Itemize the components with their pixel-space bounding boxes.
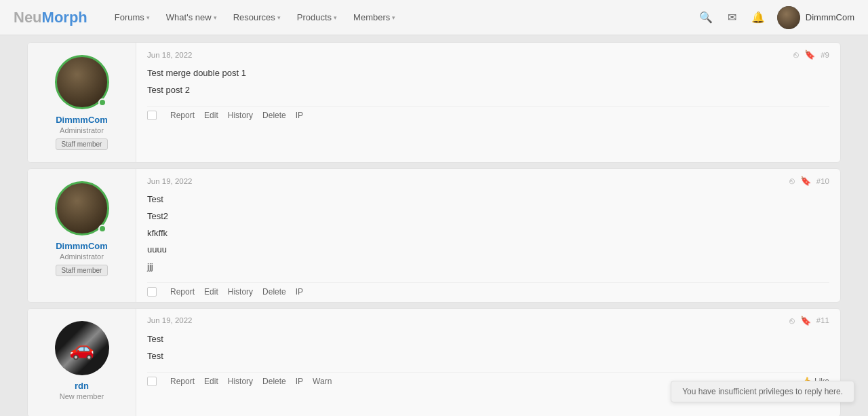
- nav-products[interactable]: Products ▾: [290, 8, 344, 26]
- post-sidebar: DimmmCom Administrator Staff member: [28, 169, 136, 302]
- nav-members[interactable]: Members ▾: [347, 8, 402, 26]
- post-number: #9: [821, 51, 829, 59]
- share-icon[interactable]: ⎋: [789, 316, 795, 326]
- bookmark-icon[interactable]: 🔖: [804, 50, 815, 60]
- nav-username: DimmmCom: [806, 12, 854, 22]
- post-number: #11: [816, 316, 829, 324]
- report-link[interactable]: Report: [170, 287, 195, 297]
- post-header: Jun 18, 2022 ⎋ 🔖 #9: [147, 50, 829, 60]
- page-wrapper: DimmmCom Administrator Staff member Jun …: [14, 35, 854, 416]
- ip-link[interactable]: IP: [296, 377, 303, 386]
- warn-link[interactable]: Warn: [313, 377, 332, 386]
- reply-notice: You have insufficient privileges to repl…: [671, 381, 854, 402]
- post-actions-top: ⎋ 🔖 #11: [789, 316, 829, 326]
- share-icon[interactable]: ⎋: [789, 176, 795, 186]
- post-footer-left: Report Edit History Delete IP: [147, 287, 303, 297]
- search-button[interactable]: 🔍: [696, 8, 715, 26]
- post-username[interactable]: rdn: [75, 381, 89, 391]
- share-icon[interactable]: ⎋: [793, 50, 799, 60]
- nav-whats-new[interactable]: What's new ▾: [159, 8, 224, 26]
- post-user-role: New member: [60, 392, 104, 400]
- post-header: Jun 19, 2022 ⎋ 🔖 #10: [147, 176, 829, 186]
- post-footer: Report Edit History Delete IP: [147, 106, 829, 120]
- post-sidebar: rdn New member: [28, 309, 136, 416]
- chevron-down-icon: ▾: [334, 14, 337, 21]
- messages-button[interactable]: ✉: [725, 8, 739, 26]
- post-footer-left: Report Edit History Delete IP Warn: [147, 377, 332, 386]
- report-link[interactable]: Report: [170, 377, 195, 386]
- history-link[interactable]: History: [228, 287, 253, 297]
- report-link[interactable]: Report: [170, 111, 195, 120]
- delete-link[interactable]: Delete: [262, 377, 286, 386]
- post-checkbox[interactable]: [147, 287, 157, 297]
- chevron-down-icon: ▾: [214, 14, 217, 21]
- post-user-badge: Staff member: [56, 138, 108, 150]
- edit-link[interactable]: Edit: [204, 377, 218, 386]
- post-footer: Report Edit History Delete IP: [147, 282, 829, 297]
- post-card: DimmmCom Administrator Staff member Jun …: [27, 168, 841, 303]
- post-user-badge: Staff member: [56, 265, 108, 276]
- avatar: [55, 321, 109, 375]
- post-username[interactable]: DimmmCom: [56, 241, 108, 251]
- history-link[interactable]: History: [228, 111, 253, 120]
- post-number: #10: [816, 177, 829, 185]
- online-indicator: [98, 98, 106, 107]
- nav-resources[interactable]: Resources ▾: [226, 8, 288, 26]
- post-user-role: Administrator: [60, 252, 104, 261]
- post-user-role: Administrator: [60, 126, 104, 134]
- delete-link[interactable]: Delete: [262, 287, 286, 297]
- post-actions-top: ⎋ 🔖 #9: [793, 50, 829, 60]
- avatar-wrap: [55, 55, 109, 109]
- ip-link[interactable]: IP: [296, 111, 303, 120]
- delete-link[interactable]: Delete: [262, 111, 286, 120]
- nav-links: Forums ▾ What's new ▾ Resources ▾ Produc…: [108, 8, 696, 26]
- chevron-down-icon: ▾: [392, 14, 395, 21]
- post-username[interactable]: DimmmCom: [56, 115, 108, 125]
- post-footer-left: Report Edit History Delete IP: [147, 111, 303, 120]
- post-card: DimmmCom Administrator Staff member Jun …: [27, 42, 841, 163]
- ip-link[interactable]: IP: [296, 287, 303, 297]
- post-content: Test Test: [147, 333, 829, 364]
- user-area[interactable]: DimmmCom: [777, 6, 854, 29]
- post-date: Jun 19, 2022: [147, 177, 193, 185]
- avatar-wrap: [55, 321, 109, 375]
- post-date: Jun 19, 2022: [147, 316, 193, 324]
- post-body: Jun 18, 2022 ⎋ 🔖 #9 Test merge double po…: [136, 43, 840, 162]
- logo-morph: Morph: [42, 9, 87, 26]
- chevron-down-icon: ▾: [277, 14, 281, 21]
- post-content: Test Test2 kfkffk uuuu jjj: [147, 193, 829, 274]
- bookmark-icon[interactable]: 🔖: [800, 316, 811, 326]
- post-sidebar: DimmmCom Administrator Staff member: [28, 43, 136, 162]
- post-checkbox[interactable]: [147, 111, 157, 120]
- nav-bar: NeuMorph Forums ▾ What's new ▾ Resources…: [0, 0, 868, 35]
- nav-icons: 🔍 ✉ 🔔: [696, 8, 768, 26]
- nav-forums[interactable]: Forums ▾: [108, 8, 157, 26]
- logo[interactable]: NeuMorph: [14, 9, 87, 26]
- notifications-button[interactable]: 🔔: [749, 8, 768, 26]
- post-content: Test merge double post 1 Test post 2: [147, 67, 829, 98]
- post-header: Jun 19, 2022 ⎋ 🔖 #11: [147, 316, 829, 326]
- post-checkbox[interactable]: [147, 377, 157, 386]
- edit-link[interactable]: Edit: [204, 111, 218, 120]
- post-date: Jun 18, 2022: [147, 51, 193, 59]
- post-actions-top: ⎋ 🔖 #10: [789, 176, 829, 186]
- online-indicator: [98, 225, 106, 233]
- post-body: Jun 19, 2022 ⎋ 🔖 #10 Test Test2 kfkffk u…: [136, 169, 840, 302]
- edit-link[interactable]: Edit: [204, 287, 218, 297]
- history-link[interactable]: History: [228, 377, 253, 386]
- chevron-down-icon: ▾: [146, 14, 150, 21]
- nav-avatar: [777, 6, 800, 29]
- bookmark-icon[interactable]: 🔖: [800, 176, 811, 186]
- avatar-wrap: [55, 181, 109, 235]
- logo-neu: Neu: [14, 9, 42, 26]
